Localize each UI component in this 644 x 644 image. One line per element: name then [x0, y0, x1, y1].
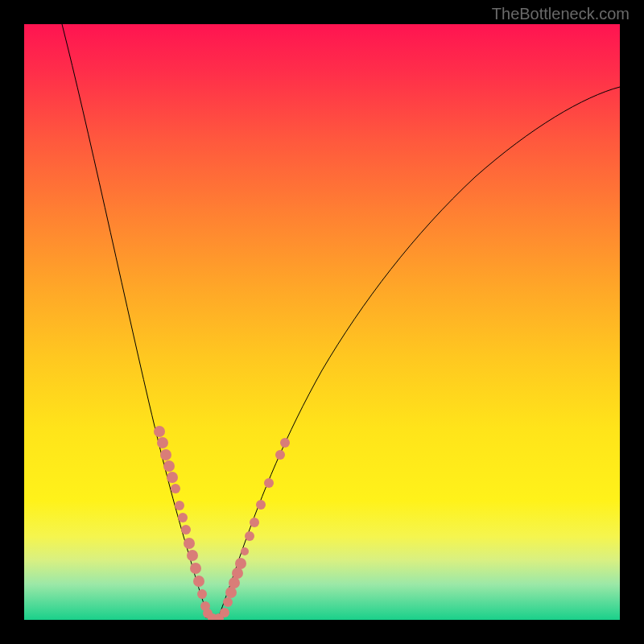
plot-area	[24, 24, 620, 620]
marker-cluster-right	[220, 438, 290, 617]
svg-point-9	[184, 538, 195, 549]
svg-point-23	[235, 558, 246, 569]
svg-point-27	[256, 500, 266, 510]
svg-point-10	[187, 550, 198, 561]
svg-point-21	[229, 577, 240, 588]
watermark-text: TheBottleneck.com	[492, 5, 630, 23]
svg-point-12	[193, 576, 204, 587]
svg-point-29	[275, 450, 285, 460]
svg-point-5	[171, 484, 180, 493]
svg-point-1	[157, 437, 168, 448]
chart-container: TheBottleneck.com	[0, 0, 644, 644]
svg-point-3	[163, 460, 175, 472]
marker-cluster-left	[154, 426, 224, 620]
svg-point-28	[264, 478, 274, 488]
svg-point-0	[154, 426, 165, 437]
svg-point-20	[225, 587, 237, 598]
curve-right-branch	[217, 87, 620, 620]
svg-point-24	[241, 547, 249, 555]
svg-point-30	[280, 438, 290, 448]
svg-point-26	[250, 518, 259, 527]
svg-point-8	[181, 525, 191, 535]
svg-point-11	[190, 563, 201, 574]
svg-point-2	[160, 449, 171, 460]
svg-point-6	[175, 501, 184, 510]
svg-point-13	[197, 589, 207, 599]
svg-point-7	[178, 513, 188, 522]
svg-point-19	[223, 597, 233, 607]
curve-layer	[24, 24, 620, 620]
svg-point-22	[232, 568, 243, 579]
svg-point-18	[220, 608, 229, 617]
svg-point-25	[245, 531, 254, 541]
svg-point-4	[167, 472, 178, 483]
